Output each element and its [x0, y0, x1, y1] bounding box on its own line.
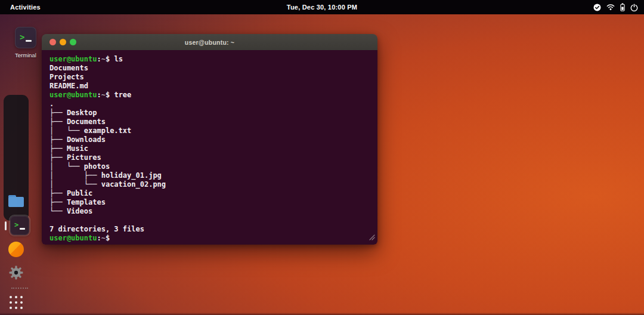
- active-app-indicator: [5, 221, 7, 230]
- window-title: user@ubuntu: ~: [185, 39, 234, 46]
- terminal-cursor-glyph: [26, 40, 32, 42]
- minimize-button[interactable]: [60, 39, 66, 45]
- prompt-command: ls: [114, 55, 122, 63]
- prompt-colon: :: [97, 234, 101, 242]
- close-button[interactable]: [49, 39, 56, 45]
- terminal-output-line: ├── Music: [49, 144, 370, 153]
- prompt-colon: :: [97, 55, 101, 63]
- dock-item-files[interactable]: [8, 195, 24, 207]
- clock[interactable]: Tue, Dec 30, 10:00 PM: [287, 4, 357, 11]
- prompt-user: user@ubuntu: [49, 234, 97, 242]
- terminal-icon: >: [15, 27, 36, 48]
- checkmark-circle-icon: [593, 4, 601, 11]
- terminal-output-line: ├── Templates: [49, 198, 370, 207]
- terminal-output-line: [49, 216, 370, 225]
- terminal-output-line: ├── Documents: [49, 118, 370, 126]
- terminal-output-line: ├── Public: [49, 189, 370, 198]
- dock-divider: [11, 288, 28, 289]
- desktop: Activities Tue, Dec 30, 10:00 PM: [0, 0, 644, 315]
- terminal-prompt-line: user@ubuntu:~$ ls: [49, 55, 370, 64]
- top-bar: Activities Tue, Dec 30, 10:00 PM: [0, 0, 644, 14]
- terminal-prompt-line: user@ubuntu:~$: [49, 234, 370, 243]
- terminal-output-line: ├── Downloads: [49, 135, 370, 144]
- window-controls: [49, 34, 76, 50]
- terminal-output-line: README.md: [49, 82, 370, 91]
- resize-grip-icon[interactable]: [369, 234, 375, 242]
- terminal-output-line: .: [49, 100, 370, 109]
- terminal-output-line: │ └── photos: [49, 162, 370, 171]
- prompt-dollar: $: [106, 55, 114, 63]
- gear-icon: [8, 273, 24, 283]
- battery-icon: [620, 3, 625, 11]
- system-status-menu[interactable]: [593, 0, 638, 14]
- prompt-user: user@ubuntu: [49, 91, 97, 99]
- activities-button[interactable]: Activities: [10, 4, 41, 11]
- prompt-dollar: $: [106, 91, 114, 99]
- desktop-shortcut-terminal[interactable]: > Terminal: [8, 27, 43, 58]
- shortcut-label: Terminal: [8, 52, 43, 58]
- wifi-icon: [606, 4, 615, 11]
- prompt-path: ~: [101, 55, 106, 63]
- terminal-output-line: Documents: [49, 64, 370, 73]
- terminal-prompt-glyph: >: [20, 32, 24, 42]
- dock-item-terminal[interactable]: >: [9, 215, 30, 236]
- maximize-button[interactable]: [70, 39, 76, 45]
- terminal-output-line: ├── Desktop: [49, 109, 370, 118]
- dock: >: [4, 95, 29, 221]
- terminal-window: user@ubuntu: ~ user@ubuntu:~$ lsDocument…: [42, 34, 377, 245]
- dock-item-app-grid[interactable]: [10, 296, 23, 309]
- terminal-output[interactable]: user@ubuntu:~$ lsDocumentsProjectsREADME…: [42, 50, 377, 245]
- folder-icon: [8, 195, 24, 207]
- terminal-output-line: ├── Pictures: [49, 153, 370, 162]
- dock-item-software[interactable]: [8, 242, 24, 257]
- prompt-dollar: $: [106, 234, 110, 242]
- prompt-colon: :: [97, 91, 101, 99]
- terminal-output-line: │ ├── holiday_01.jpg: [49, 171, 370, 180]
- prompt-command: tree: [114, 91, 131, 99]
- terminal-output-line: └── Videos: [49, 207, 370, 216]
- prompt-user: user@ubuntu: [49, 55, 97, 63]
- terminal-output-line: │ └── vacation_02.png: [49, 180, 370, 189]
- window-titlebar[interactable]: user@ubuntu: ~: [42, 34, 377, 50]
- terminal-prompt-line: user@ubuntu:~$ tree: [49, 91, 370, 100]
- terminal-output-line: Projects: [49, 73, 370, 82]
- dock-item-settings[interactable]: [8, 264, 24, 283]
- prompt-path: ~: [101, 91, 106, 99]
- power-icon: [630, 4, 638, 11]
- prompt-path: ~: [101, 234, 106, 242]
- terminal-output-line: │ └── example.txt: [49, 126, 370, 135]
- terminal-output-line: 7 directories, 3 files: [49, 225, 370, 234]
- terminal-icon: >: [10, 216, 29, 235]
